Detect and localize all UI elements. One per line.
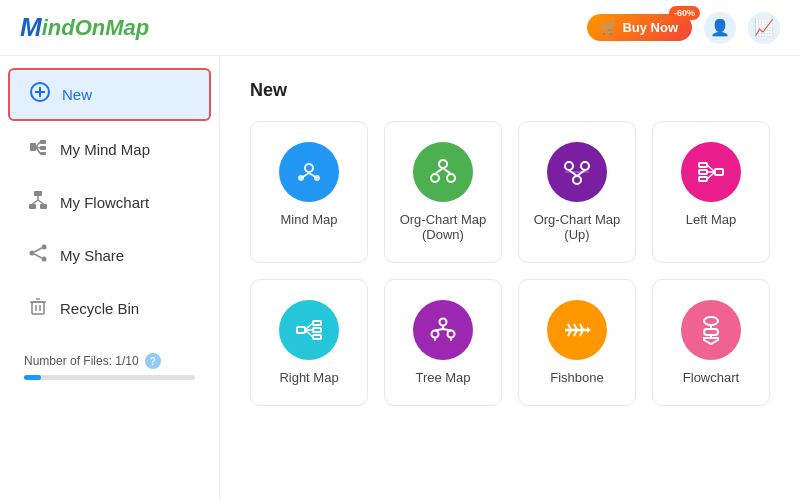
mind-map-icon <box>28 137 48 162</box>
svg-marker-75 <box>704 338 718 344</box>
svg-rect-4 <box>40 140 46 144</box>
svg-rect-21 <box>32 302 44 314</box>
svg-rect-45 <box>699 170 707 174</box>
header: M indOnMap 🛒 Buy Now -60% 👤 📈 <box>0 0 800 56</box>
buy-now-button[interactable]: 🛒 Buy Now -60% <box>587 14 692 41</box>
org-chart-up-label: Org-Chart Map (Up) <box>529 212 625 242</box>
activity-icon[interactable]: 📈 <box>748 12 780 44</box>
help-icon[interactable]: ? <box>145 353 161 369</box>
svg-point-32 <box>439 160 447 168</box>
logo: M indOnMap <box>20 12 149 43</box>
main-layout: New My Mind Map <box>0 56 800 500</box>
svg-point-34 <box>447 174 455 182</box>
flowchart-circle <box>681 300 741 360</box>
flowchart-icon <box>28 190 48 215</box>
logo-rest: indOnMap <box>42 15 150 41</box>
progress-bar <box>24 375 195 380</box>
svg-line-41 <box>577 170 585 176</box>
map-card-org-chart-down[interactable]: Org-Chart Map(Down) <box>384 121 502 263</box>
svg-point-58 <box>432 331 439 338</box>
new-label: New <box>62 86 92 103</box>
map-card-right-map[interactable]: Right Map <box>250 279 368 406</box>
svg-rect-6 <box>40 152 46 155</box>
svg-point-59 <box>448 331 455 338</box>
svg-rect-5 <box>40 146 46 150</box>
right-map-label: Right Map <box>279 370 338 385</box>
mind-map-circle <box>279 142 339 202</box>
svg-rect-51 <box>313 321 321 325</box>
file-count-section: Number of Files: 1/10 ? <box>24 353 195 369</box>
left-map-label: Left Map <box>686 212 737 227</box>
svg-rect-74 <box>704 329 718 335</box>
fishbone-label: Fishbone <box>550 370 603 385</box>
svg-rect-52 <box>313 328 321 332</box>
svg-line-19 <box>34 248 41 252</box>
recycle-bin-icon <box>28 296 48 321</box>
svg-line-49 <box>707 172 715 179</box>
svg-line-7 <box>36 142 40 147</box>
svg-rect-11 <box>29 204 36 209</box>
svg-point-39 <box>581 162 589 170</box>
svg-rect-53 <box>313 335 321 339</box>
section-title: New <box>250 80 770 101</box>
left-map-circle <box>681 142 741 202</box>
svg-rect-46 <box>699 177 707 181</box>
cart-icon: 🛒 <box>601 20 617 35</box>
svg-point-17 <box>42 257 47 262</box>
svg-line-61 <box>435 329 443 331</box>
my-mind-map-label: My Mind Map <box>60 141 150 158</box>
svg-line-40 <box>569 170 577 176</box>
map-card-flowchart[interactable]: Flowchart <box>652 279 770 406</box>
my-share-label: My Share <box>60 247 124 264</box>
mind-map-label: Mind Map <box>280 212 337 227</box>
sidebar-item-recycle-bin[interactable]: Recycle Bin <box>8 284 211 333</box>
sidebar-item-new[interactable]: New <box>8 68 211 121</box>
tree-map-circle <box>413 300 473 360</box>
svg-point-18 <box>30 251 35 256</box>
flowchart-label: Flowchart <box>683 370 739 385</box>
org-chart-down-circle <box>413 142 473 202</box>
svg-rect-3 <box>30 143 36 151</box>
map-card-mind-map[interactable]: Mind Map <box>250 121 368 263</box>
map-card-left-map[interactable]: Left Map <box>652 121 770 263</box>
map-grid: Mind Map Org-Chart Map(Down) <box>250 121 770 406</box>
map-card-org-chart-up[interactable]: Org-Chart Map (Up) <box>518 121 636 263</box>
map-card-tree-map[interactable]: Tree Map <box>384 279 502 406</box>
svg-line-62 <box>443 329 451 331</box>
sidebar: New My Mind Map <box>0 56 220 500</box>
header-right: 🛒 Buy Now -60% 👤 📈 <box>587 12 780 44</box>
svg-point-38 <box>565 162 573 170</box>
svg-point-33 <box>431 174 439 182</box>
svg-rect-12 <box>40 204 47 209</box>
fishbone-circle <box>547 300 607 360</box>
sidebar-item-my-mind-map[interactable]: My Mind Map <box>8 125 211 174</box>
svg-line-36 <box>443 168 451 174</box>
svg-point-37 <box>573 176 581 184</box>
svg-rect-44 <box>699 163 707 167</box>
svg-line-15 <box>38 200 44 204</box>
svg-rect-43 <box>715 169 723 175</box>
svg-line-47 <box>707 165 715 172</box>
svg-line-14 <box>33 200 39 204</box>
my-flowchart-label: My Flowchart <box>60 194 149 211</box>
recycle-bin-label: Recycle Bin <box>60 300 139 317</box>
svg-rect-10 <box>34 191 42 196</box>
buy-now-label: Buy Now <box>622 20 678 35</box>
right-map-circle <box>279 300 339 360</box>
svg-point-16 <box>42 245 47 250</box>
tree-map-label: Tree Map <box>415 370 470 385</box>
map-card-fishbone[interactable]: Fishbone <box>518 279 636 406</box>
content-area: New Mind Map <box>220 56 800 500</box>
svg-line-56 <box>305 330 313 337</box>
svg-point-73 <box>704 317 718 325</box>
progress-bar-fill <box>24 375 41 380</box>
user-icon[interactable]: 👤 <box>704 12 736 44</box>
svg-line-20 <box>34 254 41 258</box>
new-icon <box>30 82 50 107</box>
logo-m: M <box>20 12 42 43</box>
svg-marker-72 <box>587 327 591 333</box>
svg-point-31 <box>306 165 312 171</box>
sidebar-item-my-flowchart[interactable]: My Flowchart <box>8 178 211 227</box>
org-chart-down-label: Org-Chart Map(Down) <box>400 212 487 242</box>
sidebar-item-my-share[interactable]: My Share <box>8 231 211 280</box>
